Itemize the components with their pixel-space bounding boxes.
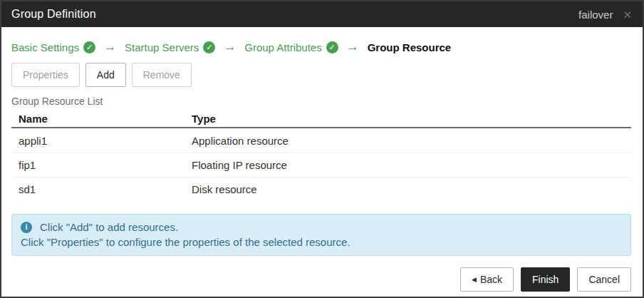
table-header-row: Name Type — [11, 110, 631, 128]
wizard-step-startup-servers: Startup Servers ✓ — [125, 41, 215, 53]
properties-button[interactable]: Properties — [11, 63, 80, 87]
arrow-right-icon: → — [224, 40, 236, 54]
resource-toolbar: Properties Add Remove — [11, 63, 631, 87]
check-circle-icon: ✓ — [203, 41, 215, 53]
info-text-2: Click "Properties" to configure the prop… — [21, 236, 350, 248]
group-resource-list-caption: Group Resource List — [11, 96, 631, 108]
wizard-step-label-current: Group Resource — [368, 41, 452, 53]
wizard-step-group-attributes: Group Attributes ✓ — [244, 41, 338, 53]
resource-name-cell: fip1 — [11, 159, 192, 171]
resource-type-cell: Application resource — [192, 135, 631, 147]
column-header-name: Name — [11, 113, 192, 125]
dialog-titlebar: Group Definition failover ✕ — [1, 1, 643, 27]
cancel-button[interactable]: Cancel — [577, 267, 631, 292]
dialog-content: Basic Settings ✓ → Startup Servers ✓ → G… — [1, 39, 643, 292]
add-button[interactable]: Add — [85, 63, 126, 87]
back-button-label: Back — [480, 274, 502, 285]
info-line-1: i Click "Add" to add resources. — [21, 220, 622, 235]
close-icon[interactable]: ✕ — [623, 9, 632, 20]
column-header-type: Type — [192, 113, 631, 125]
info-message-box: i Click "Add" to add resources. Click "P… — [11, 214, 631, 256]
info-line-2: Click "Properties" to configure the prop… — [21, 235, 622, 250]
check-circle-icon: ✓ — [326, 41, 338, 53]
resource-type-cell: Disk resource — [192, 183, 631, 195]
back-button[interactable]: ◀ Back — [460, 267, 514, 292]
table-row[interactable]: fip1 Floating IP resource — [11, 153, 631, 177]
finish-button[interactable]: Finish — [521, 267, 570, 292]
arrow-right-icon: → — [347, 40, 359, 54]
group-definition-dialog: Group Definition failover ✕ Basic Settin… — [0, 0, 644, 298]
table-row[interactable]: sd1 Disk resource — [11, 177, 631, 201]
titlebar-right: failover ✕ — [578, 9, 632, 21]
wizard-step-basic-settings: Basic Settings ✓ — [11, 41, 95, 53]
table-row[interactable]: appli1 Application resource — [11, 128, 631, 153]
group-resource-table: Name Type appli1 Application resource fi… — [11, 110, 631, 201]
wizard-step-label[interactable]: Startup Servers — [125, 41, 199, 53]
arrow-right-icon: → — [104, 40, 116, 54]
wizard-steps: Basic Settings ✓ → Startup Servers ✓ → G… — [11, 39, 631, 55]
resource-name-cell: appli1 — [11, 135, 192, 147]
wizard-step-label[interactable]: Basic Settings — [11, 41, 79, 53]
resource-type-cell: Floating IP resource — [192, 159, 631, 171]
back-arrow-icon: ◀ — [472, 276, 477, 283]
resource-name-cell: sd1 — [11, 183, 192, 195]
check-circle-icon: ✓ — [83, 41, 95, 53]
dialog-title: Group Definition — [11, 8, 96, 21]
wizard-step-label[interactable]: Group Attributes — [244, 41, 321, 53]
info-text-1: Click "Add" to add resources. — [40, 220, 178, 235]
info-icon: i — [21, 222, 32, 233]
wizard-step-group-resource: Group Resource — [368, 41, 452, 53]
context-label: failover — [578, 9, 613, 21]
remove-button[interactable]: Remove — [132, 63, 192, 87]
dialog-footer: ◀ Back Finish Cancel — [11, 267, 631, 292]
